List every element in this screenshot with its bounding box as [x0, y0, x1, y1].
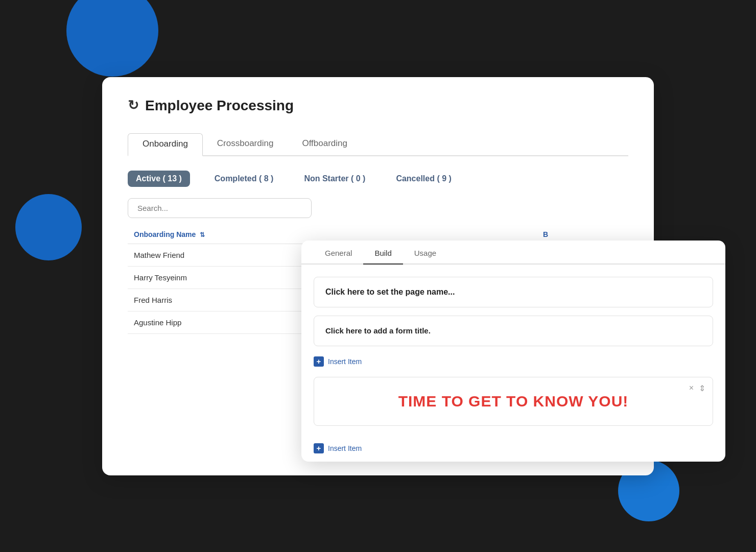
- panel-tab-build[interactable]: Build: [363, 242, 403, 265]
- sort-icon[interactable]: ⇅: [200, 231, 205, 238]
- page-name-placeholder[interactable]: Click here to set the page name...: [325, 287, 455, 296]
- filter-cancelled[interactable]: Cancelled ( 9 ): [390, 171, 457, 186]
- panel-tab-general[interactable]: General: [314, 242, 363, 265]
- tab-crossboarding[interactable]: Crossboarding: [203, 133, 288, 156]
- page-title: Employee Processing: [145, 98, 294, 114]
- status-filters: Active ( 13 ) Completed ( 8 ) Non Starte…: [128, 171, 628, 187]
- panel-tabs: General Build Usage: [301, 241, 725, 265]
- panel-bottom-insert[interactable]: + Insert Item: [301, 438, 725, 462]
- overlay-panel: General Build Usage Click here to set th…: [301, 241, 725, 462]
- page-name-section: Click here to set the page name...: [314, 277, 713, 307]
- filter-completed[interactable]: Completed ( 8 ): [208, 171, 280, 186]
- form-title-section: Click here to add a form title.: [314, 316, 713, 346]
- main-card: ↻ Employee Processing Onboarding Crossbo…: [102, 77, 654, 475]
- red-heading-section: × ⇕ TIME TO GET TO KNOW YOU!: [314, 377, 713, 426]
- tab-offboarding[interactable]: Offboarding: [288, 133, 362, 156]
- main-tabs: Onboarding Crossboarding Offboarding: [128, 132, 628, 156]
- bottom-insert-label: Insert Item: [328, 444, 362, 452]
- insert-item-label: Insert Item: [328, 357, 362, 366]
- form-title-placeholder[interactable]: Click here to add a form title.: [325, 326, 431, 335]
- decorative-circle-left: [15, 194, 82, 260]
- close-button[interactable]: ×: [689, 383, 694, 393]
- outer-background: ↻ Employee Processing Onboarding Crossbo…: [0, 0, 756, 552]
- filter-active[interactable]: Active ( 13 ): [128, 171, 190, 187]
- tab-onboarding[interactable]: Onboarding: [128, 133, 203, 156]
- panel-controls: × ⇕: [689, 383, 705, 393]
- filter-non-starter[interactable]: Non Starter ( 0 ): [298, 171, 371, 186]
- refresh-icon[interactable]: ↻: [128, 98, 139, 113]
- insert-item-row[interactable]: + Insert Item: [314, 354, 713, 369]
- decorative-circle-top: [66, 0, 158, 77]
- bottom-insert-plus-icon: +: [314, 443, 324, 453]
- search-input[interactable]: [128, 198, 312, 218]
- panel-tab-usage[interactable]: Usage: [403, 242, 447, 265]
- move-button[interactable]: ⇕: [699, 383, 705, 393]
- title-row: ↻ Employee Processing: [128, 98, 628, 114]
- red-heading: TIME TO GET TO KNOW YOU!: [325, 393, 701, 410]
- panel-content: Click here to set the page name... Click…: [301, 265, 725, 438]
- insert-plus-icon: +: [314, 356, 324, 367]
